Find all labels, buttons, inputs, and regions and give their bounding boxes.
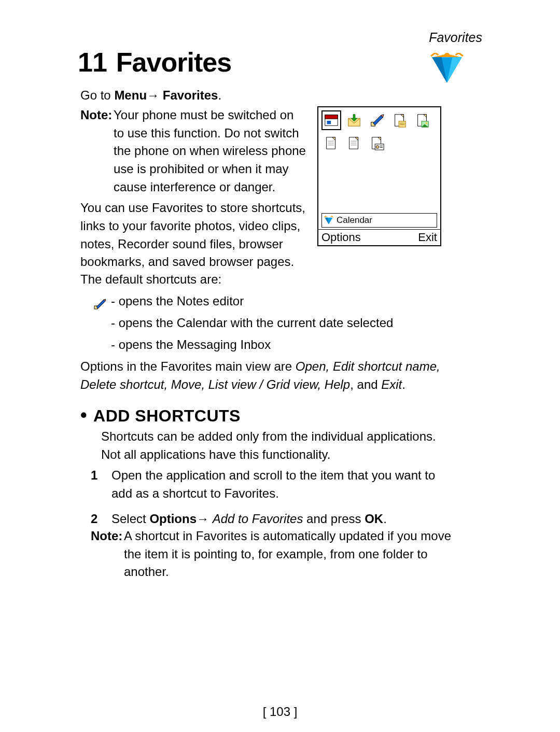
steps-list: 1 Open the application and scroll to the…: [91, 467, 454, 535]
app-photo-page[interactable]: [413, 110, 432, 130]
goto-suffix: .: [218, 88, 221, 102]
app-page[interactable]: [321, 133, 341, 153]
arrow-icon: →: [197, 512, 213, 526]
step-number: 2: [91, 510, 100, 528]
running-head: Favorites: [429, 30, 482, 45]
default-notes-text: - opens the Notes editor: [111, 290, 244, 312]
left-softkey[interactable]: Options: [321, 231, 361, 244]
note-body: Your phone must be switched on to use th…: [114, 106, 306, 196]
defaults-list: - opens the Notes editor - opens the Cal…: [93, 290, 393, 356]
app-note-page[interactable]: [390, 110, 410, 130]
goto-line: Go to Menu→ Favorites.: [80, 87, 306, 105]
phone-favorites-screenshot: Calendar Options Exit: [317, 106, 441, 246]
goto-target: Favorites: [163, 88, 218, 102]
softkey-bar: Options Exit: [318, 229, 440, 245]
default-notes: - opens the Notes editor: [93, 290, 393, 312]
section-heading-text: ADD SHORTCUTS: [93, 406, 241, 425]
app-inbox[interactable]: [344, 110, 364, 130]
svg-rect-10: [327, 121, 331, 124]
app-page[interactable]: [344, 133, 364, 153]
svg-marker-6: [96, 300, 105, 308]
add-to-favorites: Add to Favorites: [213, 512, 303, 526]
section-intro: Shortcuts can be added only from the ind…: [101, 428, 454, 464]
step-2: 2 Select Options→ Add to Favorites and p…: [91, 510, 454, 528]
arrow-icon: →: [147, 88, 159, 102]
chapter-title: 11Favorites: [78, 47, 231, 78]
svg-point-23: [426, 122, 428, 124]
app-notes[interactable]: [367, 110, 387, 130]
options-and: , and: [350, 377, 381, 391]
step-text: Open the application and scroll to the i…: [111, 467, 454, 503]
ok-word: OK: [365, 512, 383, 526]
intro-paragraph: You can use Favorites to store shortcuts…: [80, 199, 306, 271]
bullet-icon: •: [80, 404, 87, 426]
favorites-gem-icon: [324, 216, 333, 225]
svg-point-37: [376, 146, 379, 149]
svg-marker-13: [373, 116, 383, 125]
favorites-gem-icon: [430, 53, 464, 87]
note-power: Note: Your phone must be switched on to …: [80, 106, 306, 196]
step-text: Select Options→ Add to Favorites and pre…: [111, 510, 387, 528]
options-word: Options: [149, 512, 197, 526]
default-calendar: - opens the Calendar with the current da…: [93, 312, 393, 334]
notes-pencil-icon: [93, 295, 106, 307]
default-inbox-text: - opens the Messaging Inbox: [111, 334, 271, 356]
page-number: [ 103 ]: [0, 705, 560, 719]
goto-menu: Menu: [114, 88, 147, 102]
app-today[interactable]: [321, 110, 341, 130]
svg-rect-9: [325, 115, 338, 119]
selection-label: Calendar: [337, 215, 372, 226]
note-body: A shortcut in Favorites is automatically…: [124, 527, 454, 581]
note-auto-update: Note: A shortcut in Favorites is automat…: [91, 527, 454, 581]
options-end: .: [402, 377, 405, 391]
selection-label-bar: Calendar: [321, 213, 437, 228]
app-card-page[interactable]: [367, 133, 387, 153]
default-inbox: - opens the Messaging Inbox: [93, 334, 393, 356]
favorites-grid: [318, 107, 440, 154]
step-1: 1 Open the application and scroll to the…: [91, 467, 454, 503]
default-calendar-text: - opens the Calendar with the current da…: [111, 312, 393, 334]
options-lead: Options in the Favorites main view are: [80, 359, 296, 373]
note-label: Note:: [80, 108, 112, 122]
chapter-number: 11: [78, 47, 107, 77]
section-add-shortcuts-heading: •ADD SHORTCUTS: [80, 404, 241, 426]
defaults-heading: The default shortcuts are:: [80, 271, 443, 289]
step-number: 1: [91, 467, 100, 503]
options-paragraph: Options in the Favorites main view are O…: [80, 358, 454, 394]
right-softkey[interactable]: Exit: [418, 231, 437, 244]
note-label: Note:: [91, 529, 122, 543]
chapter-name: Favorites: [116, 47, 231, 77]
goto-prefix: Go to: [80, 88, 114, 102]
options-exit: Exit: [381, 377, 402, 391]
svg-rect-17: [399, 121, 405, 127]
